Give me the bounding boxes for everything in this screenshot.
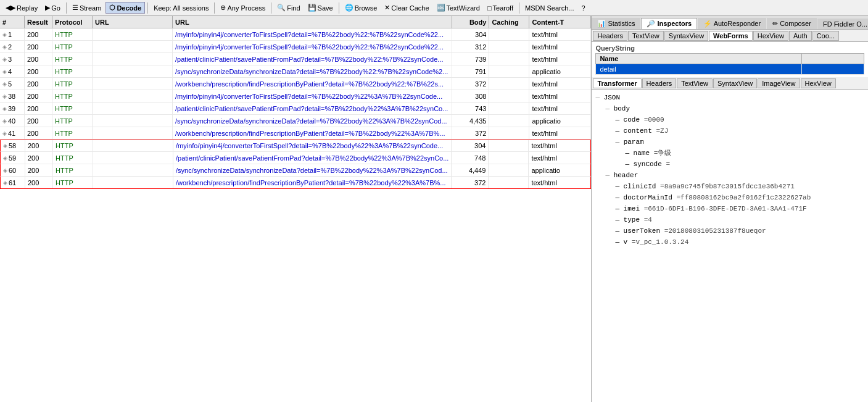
transformer-tab-imageview[interactable]: ImageView [758, 78, 800, 88]
sub-tab-syntaxview[interactable]: SyntaxView [664, 31, 708, 41]
table-row[interactable]: ◈58 200 HTTP /myinfo/pinyin4j/converterT… [0, 140, 591, 152]
cell-host [93, 177, 173, 188]
collapse-body-icon[interactable]: — [605, 105, 610, 112]
table-row[interactable]: ◈60 200 HTTP /sync/synchronizeData/synch… [0, 164, 591, 177]
cell-host [93, 28, 173, 40]
cell-url: /patient/clinicPatient/savePatientFromPa… [173, 103, 452, 114]
cell-num: ◈59 [1, 152, 25, 164]
json-v-value: =v_pc_1.0.3.24 [632, 238, 688, 246]
cell-result: 200 [25, 103, 52, 114]
cell-caching [489, 115, 529, 127]
toolbar: ◀▶ Replay ▶ Go ☰ Stream ⬡ Decode Keep: A… [0, 0, 868, 16]
table-row[interactable]: ◈40 200 HTTP /sync/synchronizeData/synch… [0, 115, 591, 127]
json-clinicid-value: =8a9a9c745f9b87c3015fdcc1e36b4271 [660, 183, 795, 190]
table-row[interactable]: ◈61 200 HTTP /workbench/prescription/fin… [0, 177, 591, 189]
sub-tab-textview[interactable]: TextView [628, 31, 664, 41]
cell-body: 748 [452, 152, 489, 164]
statistics-icon: 📊 [597, 20, 606, 27]
table-row[interactable]: ◈38 200 HTTP /myinfo/pinyin4j/converterT… [0, 90, 591, 103]
cell-host [93, 152, 173, 164]
save-button[interactable]: 💾 Save [305, 2, 336, 13]
transformer-tab-hexview[interactable]: HexView [801, 78, 836, 88]
row-icon: ◈ [2, 44, 7, 50]
find-button[interactable]: 🔍 Find [274, 2, 303, 13]
sub-tab-headers[interactable]: Headers [593, 31, 627, 41]
go-button[interactable]: ▶ Go [42, 2, 64, 13]
tearoff-button[interactable]: □ Tearoff [484, 3, 516, 13]
any-process-button[interactable]: ⊕ Any Process [217, 2, 268, 13]
row-icon: ◈ [2, 56, 7, 62]
transformer-tab-textview[interactable]: TextView [677, 78, 713, 88]
collapse-param-icon[interactable]: — [615, 138, 619, 146]
sub-tab-webforms[interactable]: WebForms [709, 31, 753, 41]
tab-statistics[interactable]: 📊 Statistics [592, 18, 640, 29]
transformer-tab-headers[interactable]: Headers [642, 78, 677, 88]
cell-num: ◈2 [0, 41, 25, 52]
clear-cache-button[interactable]: ✕ Clear Cache [381, 2, 432, 13]
qs-col-name: Name [596, 54, 802, 64]
cell-content: applicatio [529, 115, 591, 127]
querystring-table: Name detail [595, 53, 864, 75]
replay-button[interactable]: ◀▶ Replay [2, 2, 41, 13]
cell-num: ◈5 [0, 78, 25, 90]
keep-button[interactable]: Keep: All sessions [151, 3, 212, 13]
cell-body: 372 [452, 177, 489, 188]
cell-body: 791 [452, 65, 489, 77]
main-layout: # Result Protocol URL URL Body Caching C… [0, 16, 868, 402]
cell-protocol: HTTP [53, 164, 93, 176]
separator2 [147, 2, 148, 14]
table-row[interactable]: ◈41 200 HTTP /workbench/prescription/fin… [0, 127, 591, 140]
go-icon: ▶ [45, 4, 50, 12]
table-row[interactable]: ◈1 200 HTTP /myinfo/pinyin4j/converterTo… [0, 28, 591, 41]
browse-button[interactable]: 🌐 Browse [342, 2, 381, 13]
row-icon: ◈ [2, 130, 7, 136]
col-header-content: Content-T [529, 16, 591, 28]
table-row[interactable]: ◈59 200 HTTP /patient/clinicPatient/save… [0, 152, 591, 164]
cell-protocol: HTTP [52, 115, 93, 127]
json-content-value: =ZJ [656, 127, 668, 135]
sub-tab-hexview[interactable]: HexView [753, 31, 788, 41]
json-code-key: — code [615, 116, 640, 124]
tab-autoresponder[interactable]: ⚡ AutoResponder [698, 18, 766, 29]
collapse-header-icon[interactable]: — [605, 172, 610, 179]
right-panel: 📊 Statistics 🔎 Inspectors ⚡ AutoResponde… [592, 16, 868, 402]
cell-protocol: HTTP [53, 177, 93, 188]
cell-host [93, 127, 173, 139]
decode-button[interactable]: ⬡ Decode [105, 2, 145, 14]
sub-tab-coo[interactable]: Coo... [812, 31, 839, 41]
row-icon: ◈ [2, 31, 7, 38]
separator3 [214, 2, 215, 14]
cell-protocol: HTTP [52, 53, 93, 65]
table-row[interactable]: ◈3 200 HTTP /patient/clinicPatient/saveP… [0, 53, 591, 65]
table-row[interactable]: ◈2 200 HTTP /myinfo/pinyin4j/converterTo… [0, 41, 591, 53]
textwizard-button[interactable]: 🔤 TextWizard [434, 2, 483, 13]
transformer-tab-transformer[interactable]: Transformer [593, 78, 641, 88]
cell-result: 200 [25, 28, 52, 40]
cell-host [93, 65, 173, 77]
qs-cell-name: detail [596, 64, 802, 75]
stream-button[interactable]: ☰ Stream [69, 2, 104, 13]
help-button[interactable]: ? [578, 3, 588, 13]
qs-row[interactable]: detail [596, 64, 864, 75]
cell-num: ◈58 [1, 140, 25, 151]
row-icon: ◈ [2, 106, 7, 112]
tab-inspectors[interactable]: 🔎 Inspectors [641, 18, 697, 29]
tab-fiddler-o[interactable]: FD Fiddler O... [817, 19, 868, 29]
table-row[interactable]: ◈39 200 HTTP /patient/clinicPatient/save… [0, 103, 591, 115]
sub-tab-auth[interactable]: Auth [789, 31, 812, 41]
tab-composer[interactable]: ✏ Composer [767, 18, 817, 29]
json-usertoken-value: =20180803105231387f8ueqor [664, 227, 766, 235]
table-row[interactable]: ◈5 200 HTTP /workbench/prescription/find… [0, 78, 591, 90]
cell-content: text/html [529, 103, 591, 114]
cell-body: 304 [452, 28, 489, 40]
transformer-tab-syntaxview[interactable]: SyntaxView [713, 78, 757, 88]
cell-protocol: HTTP [52, 28, 93, 40]
cell-caching [489, 127, 529, 139]
table-row[interactable]: ◈4 200 HTTP /sync/synchronizeData/synchr… [0, 65, 591, 78]
cell-url: /patient/clinicPatient/savePatientFromPa… [173, 152, 452, 164]
cell-result: 200 [25, 115, 52, 127]
cell-protocol: HTTP [52, 127, 93, 139]
clear-cache-icon: ✕ [384, 4, 390, 12]
msdn-search-button[interactable]: MSDN Search... [522, 3, 577, 13]
collapse-json-icon[interactable]: — [595, 94, 600, 101]
